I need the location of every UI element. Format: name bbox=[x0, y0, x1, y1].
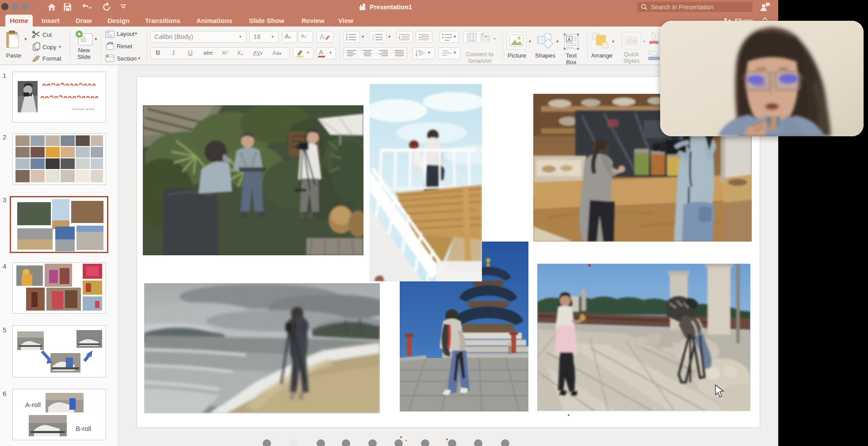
svg-text:B-roll: B-roll bbox=[76, 425, 91, 432]
svg-text:A: A bbox=[568, 37, 571, 42]
svg-text:3: 3 bbox=[372, 38, 374, 41]
svg-text:A: A bbox=[320, 33, 325, 41]
svg-text:A-roll: A-roll bbox=[25, 401, 41, 408]
svg-text:A: A bbox=[418, 49, 421, 52]
